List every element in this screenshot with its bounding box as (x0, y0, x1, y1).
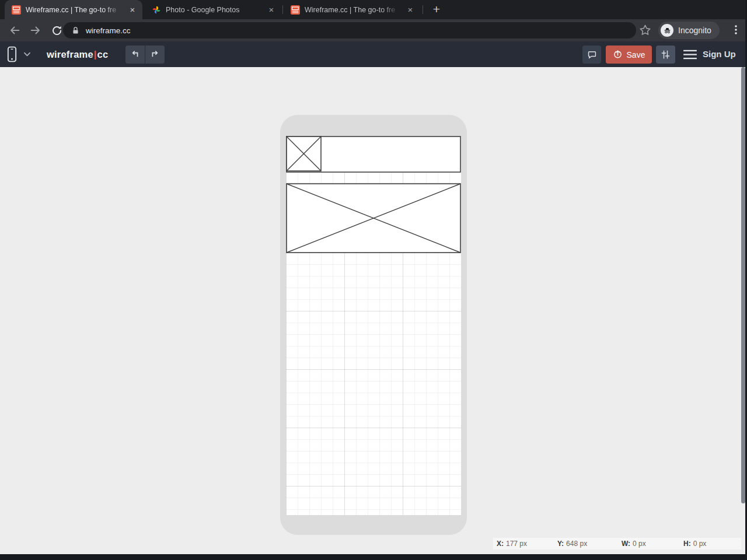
tab-separator (423, 5, 423, 14)
sliders-icon (661, 50, 671, 60)
reload-button[interactable] (49, 23, 64, 38)
device-selector[interactable] (6, 46, 31, 63)
hamburger-icon (683, 49, 697, 60)
tab-wireframe-2[interactable]: Wireframe.cc | The go-to fre × (284, 0, 420, 19)
upload-icon (613, 50, 623, 60)
reload-icon (51, 24, 63, 37)
redo-button[interactable] (145, 46, 165, 64)
settings-sliders-button[interactable] (656, 46, 675, 64)
wireframe-header-element[interactable] (286, 136, 461, 173)
app-toolbar: wireframe|cc Save (0, 41, 747, 67)
tab-separator (282, 5, 283, 14)
tab-title: Wireframe.cc | The go-to fre (305, 6, 403, 14)
lock-icon (71, 26, 80, 35)
incognito-label: Incognito (678, 26, 711, 35)
wireframe-image-element[interactable] (286, 183, 461, 253)
google-photos-icon (152, 5, 161, 15)
coordinates-status-bar: X:177 px Y:648 px W:0 px H:0 px (493, 538, 741, 550)
chevron-down-icon (23, 51, 31, 57)
undo-button[interactable] (125, 46, 145, 64)
mobile-device-icon (6, 46, 18, 63)
window-edge-bottom (0, 554, 747, 560)
tab-google-photos[interactable]: Photo - Google Photos × (145, 0, 281, 19)
redo-icon (150, 50, 160, 60)
editor-workspace[interactable] (0, 67, 747, 554)
save-button[interactable]: Save (606, 46, 652, 64)
comment-button[interactable] (582, 46, 601, 64)
forward-arrow-icon (32, 27, 39, 34)
status-x: X:177 px (497, 538, 527, 550)
mobile-device-frame (280, 115, 467, 535)
tab-title: Wireframe.cc | The go-to fre (26, 6, 125, 14)
status-h: H:0 px (683, 538, 706, 550)
tab-close-icon[interactable]: × (405, 5, 416, 15)
browser-menu-button[interactable] (729, 23, 742, 36)
wireframe-favicon-icon (291, 5, 300, 15)
url-bar[interactable]: wireframe.cc (63, 22, 636, 38)
tab-wireframe-1[interactable]: Wireframe.cc | The go-to fre × (5, 0, 142, 19)
new-tab-button[interactable]: + (428, 2, 445, 18)
back-arrow-icon (11, 27, 19, 34)
wireframe-logo: wireframe|cc (47, 41, 108, 67)
browser-navbar: wireframe.cc Incognito (0, 19, 747, 41)
tab-title: Photo - Google Photos (166, 6, 264, 14)
sign-up-button[interactable]: Sign Up (703, 41, 736, 67)
status-y: Y:648 px (557, 538, 587, 550)
vertical-scrollbar[interactable] (741, 67, 745, 503)
main-menu-button[interactable] (682, 46, 698, 64)
kebab-menu-icon (729, 23, 742, 36)
logo-cursor: | (93, 49, 97, 60)
history-buttons (125, 46, 165, 64)
wireframe-canvas[interactable] (286, 136, 461, 515)
incognito-icon (661, 24, 673, 37)
star-icon (640, 25, 650, 34)
tab-close-icon[interactable]: × (266, 5, 277, 15)
save-label: Save (627, 50, 645, 60)
incognito-badge: Incognito (658, 22, 720, 39)
comment-bubble-icon (587, 50, 597, 60)
bookmark-star-button[interactable] (638, 23, 652, 37)
url-text: wireframe.cc (86, 26, 131, 35)
browser-tab-strip: Wireframe.cc | The go-to fre × Photo - G… (0, 0, 747, 19)
undo-icon (130, 50, 140, 60)
tab-close-icon[interactable]: × (127, 5, 138, 15)
status-w: W:0 px (622, 538, 646, 550)
forward-button[interactable] (28, 23, 43, 38)
wireframe-favicon-icon (12, 5, 21, 15)
back-button[interactable] (7, 23, 22, 38)
